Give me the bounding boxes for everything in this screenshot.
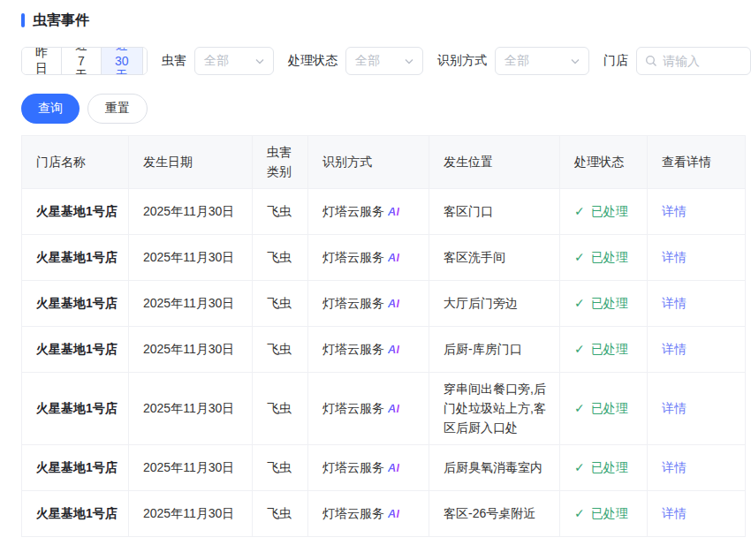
- category-cell: 飞虫: [253, 327, 308, 373]
- store-name-cell: 火星基地1号店: [22, 327, 129, 373]
- store-filter: 门店: [603, 47, 751, 75]
- status-badge: ✓已处理: [574, 204, 628, 218]
- chevron-down-icon: [571, 58, 580, 64]
- store-filter-label: 门店: [603, 53, 628, 69]
- date-range-30days-button[interactable]: 近30天: [102, 48, 143, 74]
- table-row: 火星基地1号店2025年11月30日飞虫灯塔云服务AI后厨-库房门口✓已处理详情: [22, 327, 746, 373]
- incidents-table: 门店名称 发生日期 虫害类别 识别方式 发生位置 处理状态 查看详情 火星基地1…: [21, 135, 746, 537]
- page-title: 虫害事件: [21, 12, 751, 28]
- check-icon: ✓: [574, 204, 585, 218]
- chevron-down-icon: [255, 58, 264, 64]
- location-cell: 大厅后门旁边: [429, 281, 560, 327]
- col-header-pest-category: 虫害类别: [253, 136, 308, 189]
- category-cell: 飞虫: [253, 281, 308, 327]
- status-badge: ✓已处理: [574, 296, 628, 310]
- detail-link[interactable]: 详情: [662, 250, 687, 264]
- location-cell: 后厨臭氧消毒室内: [429, 445, 560, 491]
- check-icon: ✓: [574, 296, 585, 310]
- detail-cell: 详情: [648, 235, 746, 281]
- detail-link[interactable]: 详情: [662, 506, 687, 520]
- table-row: 火星基地1号店2025年11月30日飞虫灯塔云服务AI客区门口✓已处理详情: [22, 189, 746, 235]
- store-search-input[interactable]: [663, 54, 742, 68]
- method-filter-value: 全部: [504, 53, 529, 69]
- query-button[interactable]: 查询: [21, 94, 80, 124]
- detail-link[interactable]: 详情: [662, 460, 687, 474]
- method-text: 灯塔云服务: [322, 342, 384, 356]
- detail-link[interactable]: 详情: [662, 401, 687, 415]
- method-text: 灯塔云服务: [322, 296, 384, 310]
- table-header-row: 门店名称 发生日期 虫害类别 识别方式 发生位置 处理状态 查看详情: [22, 136, 746, 189]
- method-cell: 灯塔云服务AI: [308, 189, 429, 235]
- ai-badge: AI: [388, 461, 399, 474]
- pest-filter-label: 虫害: [162, 53, 186, 69]
- table-row: 火星基地1号店2025年11月30日飞虫灯塔云服务AI穿串间出餐口旁,后门处垃圾…: [22, 373, 746, 445]
- date-range-7days-button[interactable]: 近7天: [62, 48, 102, 74]
- status-filter-value: 全部: [355, 53, 380, 69]
- location-cell: 客区-26号桌附近: [429, 491, 560, 537]
- category-cell: 飞虫: [253, 491, 308, 537]
- method-text: 灯塔云服务: [322, 204, 384, 218]
- reset-button[interactable]: 重置: [87, 94, 148, 124]
- detail-link[interactable]: 详情: [662, 204, 687, 218]
- method-cell: 灯塔云服务AI: [308, 491, 429, 537]
- page-title-text: 虫害事件: [33, 11, 89, 30]
- status-cell: ✓已处理: [560, 491, 648, 537]
- col-header-date: 发生日期: [129, 136, 253, 189]
- method-text: 灯塔云服务: [322, 506, 384, 520]
- status-filter-select[interactable]: 全部: [345, 47, 423, 75]
- status-cell: ✓已处理: [560, 327, 648, 373]
- detail-cell: 详情: [648, 281, 746, 327]
- title-accent-bar: [21, 13, 25, 27]
- calendar-picker-button[interactable]: [143, 48, 148, 74]
- status-filter: 处理状态 全部: [288, 47, 423, 75]
- category-cell: 飞虫: [253, 445, 308, 491]
- ai-badge: AI: [388, 343, 399, 356]
- location-cell: 穿串间出餐口旁,后门处垃圾站上方,客区后厨入口处: [429, 373, 560, 445]
- detail-cell: 详情: [648, 445, 746, 491]
- check-icon: ✓: [574, 506, 585, 520]
- store-name-cell: 火星基地1号店: [22, 445, 129, 491]
- category-cell: 飞虫: [253, 373, 308, 445]
- method-text: 灯塔云服务: [322, 250, 384, 264]
- pest-filter-select[interactable]: 全部: [194, 47, 274, 75]
- status-cell: ✓已处理: [560, 445, 648, 491]
- ai-badge: AI: [388, 507, 399, 520]
- date-cell: 2025年11月30日: [129, 445, 253, 491]
- date-cell: 2025年11月30日: [129, 491, 253, 537]
- table-body: 火星基地1号店2025年11月30日飞虫灯塔云服务AI客区门口✓已处理详情火星基…: [22, 189, 746, 537]
- detail-link[interactable]: 详情: [662, 296, 687, 310]
- col-header-store-name: 门店名称: [22, 136, 129, 189]
- pest-filter-value: 全部: [204, 53, 229, 69]
- detail-link[interactable]: 详情: [662, 342, 687, 356]
- method-filter-select[interactable]: 全部: [495, 47, 589, 75]
- table-row: 火星基地1号店2025年11月30日飞虫灯塔云服务AI客区-26号桌附近✓已处理…: [22, 491, 746, 537]
- status-cell: ✓已处理: [560, 189, 648, 235]
- check-icon: ✓: [574, 250, 585, 264]
- location-cell: 客区门口: [429, 189, 560, 235]
- check-icon: ✓: [574, 401, 585, 415]
- table-row: 火星基地1号店2025年11月30日飞虫灯塔云服务AI大厅后门旁边✓已处理详情: [22, 281, 746, 327]
- status-cell: ✓已处理: [560, 373, 648, 445]
- date-cell: 2025年11月30日: [129, 235, 253, 281]
- method-text: 灯塔云服务: [322, 460, 384, 474]
- store-name-cell: 火星基地1号店: [22, 373, 129, 445]
- status-badge: ✓已处理: [574, 460, 628, 474]
- category-cell: 飞虫: [253, 189, 308, 235]
- table-row: 火星基地1号店2025年11月30日飞虫灯塔云服务AI后厨臭氧消毒室内✓已处理详…: [22, 445, 746, 491]
- search-icon: [645, 55, 657, 67]
- ai-badge: AI: [388, 297, 399, 310]
- status-badge: ✓已处理: [574, 506, 628, 520]
- check-icon: ✓: [574, 460, 585, 474]
- method-cell: 灯塔云服务AI: [308, 445, 429, 491]
- date-range-segmented-control: 昨日 近7天 近30天: [21, 47, 148, 75]
- store-name-cell: 火星基地1号店: [22, 491, 129, 537]
- store-name-cell: 火星基地1号店: [22, 235, 129, 281]
- date-cell: 2025年11月30日: [129, 327, 253, 373]
- ai-badge: AI: [388, 251, 399, 264]
- chevron-down-icon: [405, 58, 413, 64]
- date-range-yesterday-button[interactable]: 昨日: [22, 48, 62, 74]
- detail-cell: 详情: [648, 373, 746, 445]
- method-cell: 灯塔云服务AI: [308, 327, 429, 373]
- date-cell: 2025年11月30日: [129, 373, 253, 445]
- method-cell: 灯塔云服务AI: [308, 373, 429, 445]
